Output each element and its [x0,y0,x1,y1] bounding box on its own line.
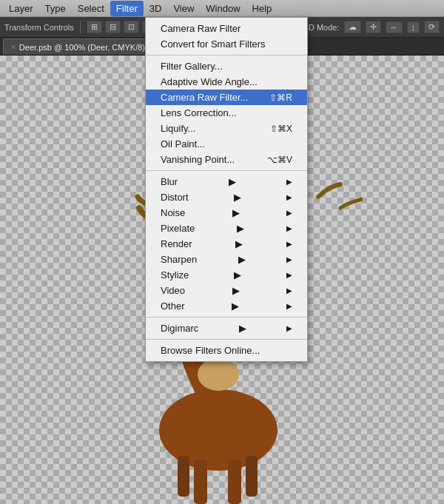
menu-item-label: Sharpen [161,254,197,265]
menu-item-filter-gallery[interactable]: Filter Gallery... [146,58,307,74]
menu-item-label: Pixelate [161,223,195,234]
submenu-arrow-icon: ▶ [234,192,241,203]
menu-separator-3 [146,317,307,317]
menu-item-shortcut: ⌥⌘V [267,155,292,165]
submenu-arrow-icon: ▶ [232,207,240,218]
menu-item-label: Liquify... [161,123,195,134]
menu-item-label: Camera Raw Filter [161,23,240,34]
menu-item-video[interactable]: Video ▶ [146,283,307,298]
menu-item-other[interactable]: Other ▶ [146,298,307,314]
menu-item-label: Browse Filters Online... [161,345,260,356]
dropdown-overlay: Camera Raw Filter Convert for Smart Filt… [0,0,444,504]
menu-separator-4 [146,339,307,340]
menu-item-sharpen[interactable]: Sharpen ▶ [146,252,307,267]
menu-item-shortcut: ⇧⌘X [270,124,292,134]
menu-item-stylize[interactable]: Stylize ▶ [146,267,307,283]
menu-item-vanishing-point[interactable]: Vanishing Point... ⌥⌘V [146,152,307,167]
menu-item-distort[interactable]: Distort ▶ [146,189,307,205]
menu-item-label: Vanishing Point... [161,154,235,165]
menu-item-label: Oil Paint... [161,138,205,149]
menu-item-label: Digimarc [161,323,198,334]
menu-item-lens-correction[interactable]: Lens Correction... [146,105,307,121]
submenu-arrow-icon: ▶ [232,300,239,312]
menu-item-shortcut: ⇧⌘R [269,93,292,103]
filter-menu: Camera Raw Filter Convert for Smart Filt… [145,17,308,362]
menu-item-adaptive-wide[interactable]: Adaptive Wide Angle... [146,74,307,90]
menu-separator-1 [146,55,307,56]
menu-item-label: Noise [161,207,185,218]
menu-item-label: Filter Gallery... [161,61,223,72]
menu-item-pixelate[interactable]: Pixelate ▶ [146,221,307,236]
menu-separator-2 [146,170,307,171]
menu-item-label: Distort [161,192,189,203]
submenu-arrow-icon: ▶ [229,176,236,187]
menu-item-label: Lens Correction... [161,107,237,118]
menu-item-label: Adaptive Wide Angle... [161,76,258,87]
submenu-arrow-icon: ▶ [237,223,244,234]
submenu-arrow-icon: ▶ [235,238,243,249]
submenu-arrow-icon: ▶ [234,269,241,280]
menu-item-label: Camera Raw Filter... [161,92,248,103]
menu-item-camera-raw-filter[interactable]: Camera Raw Filter... ⇧⌘R [146,90,307,105]
menu-item-label: Blur [161,176,178,187]
menu-item-noise[interactable]: Noise ▶ [146,205,307,221]
menu-item-label: Render [161,238,192,249]
submenu-arrow-icon: ▶ [232,285,240,296]
menu-item-camera-raw-filter-top[interactable]: Camera Raw Filter [146,21,307,36]
submenu-arrow-icon: ▶ [238,254,246,265]
submenu-arrow-icon: ▶ [239,323,246,334]
menu-item-label: Stylize [161,269,189,280]
menu-item-digimarc[interactable]: Digimarc ▶ [146,320,307,336]
menu-item-label: Convert for Smart Filters [161,38,266,50]
menu-item-convert-smart[interactable]: Convert for Smart Filters [146,36,307,52]
menu-item-browse-filters[interactable]: Browse Filters Online... [146,343,307,358]
menu-item-liquify[interactable]: Liquify... ⇧⌘X [146,121,307,136]
menu-item-label: Other [161,300,185,312]
menu-item-label: Video [161,285,185,296]
menu-item-blur[interactable]: Blur ▶ [146,174,307,189]
menu-item-oil-paint[interactable]: Oil Paint... [146,136,307,152]
menu-item-render[interactable]: Render ▶ [146,236,307,252]
